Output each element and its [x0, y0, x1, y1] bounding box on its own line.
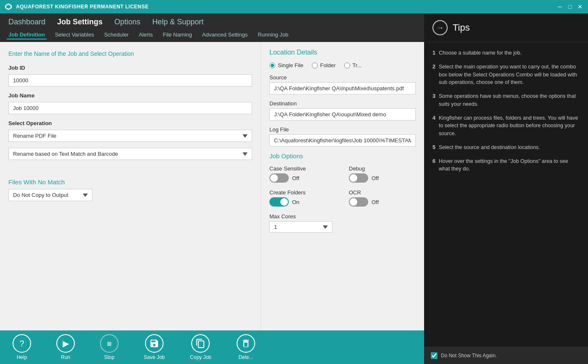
tip-1-number: 1: [432, 49, 435, 57]
stop-button[interactable]: ■ Stop: [100, 334, 119, 360]
case-sensitive-label: Case Sensitive: [269, 165, 336, 172]
log-file-input[interactable]: [269, 134, 416, 147]
copy-job-icon: [191, 334, 210, 353]
nav-dashboard[interactable]: Dashboard: [7, 17, 47, 27]
tip-2: 2 Select the main operation you want to …: [432, 63, 580, 86]
right-panel: Location Details Single File Folder Tr..…: [261, 42, 424, 330]
destination-label: Destination: [269, 100, 416, 107]
title-bar: AQUAFOREST KINGFISHER PERMANENT LICENSE …: [0, 0, 588, 13]
minimize-button[interactable]: ─: [556, 3, 564, 10]
copy-job-button[interactable]: Copy Job: [190, 334, 211, 360]
nav-help-support[interactable]: Help & Support: [150, 17, 205, 27]
tip-1-text: Choose a suitable name for the job.: [439, 49, 522, 57]
case-sensitive-option: Case Sensitive Off: [269, 165, 336, 183]
tip-5: 5 Select the source and destination loca…: [432, 144, 580, 152]
delete-label: Dele...: [238, 354, 253, 360]
max-cores-dropdown[interactable]: 1 2 4 8: [269, 221, 332, 233]
nav-options[interactable]: Options: [113, 17, 142, 27]
log-file-label: Log File: [269, 126, 416, 133]
maximize-button[interactable]: □: [566, 3, 574, 10]
sub-operation-dropdown[interactable]: Rename based on Text Match and Barcode: [8, 148, 252, 160]
tip-4-text: Kingfisher can process files, folders an…: [439, 114, 580, 138]
close-button[interactable]: ✕: [576, 3, 584, 10]
case-sensitive-toggle[interactable]: [269, 173, 289, 183]
tip-3-text: Some operations have sub menus, choose t…: [439, 92, 580, 108]
tip-5-number: 5: [432, 144, 435, 152]
tip-1: 1 Choose a suitable name for the job.: [432, 49, 580, 57]
radio-tree-label: Tr...: [353, 62, 362, 68]
copy-job-label: Copy Job: [190, 354, 211, 360]
tips-title: Tips: [453, 22, 470, 33]
tab-alerts[interactable]: Alerts: [137, 31, 154, 39]
save-job-button[interactable]: Save Job: [144, 334, 165, 360]
ocr-state: Off: [372, 199, 379, 205]
tab-select-variables[interactable]: Select Variables: [53, 31, 96, 39]
ocr-option: OCR Off: [349, 189, 416, 207]
job-options-title: Job Options: [269, 152, 416, 160]
create-folders-label: Create Folders: [269, 189, 336, 196]
bottom-toolbar: ? Help ▶ Run ■ Stop Save Job: [0, 330, 424, 364]
delete-icon: [237, 334, 255, 353]
tab-scheduler[interactable]: Scheduler: [103, 31, 131, 39]
job-name-group: Job Name: [8, 92, 252, 114]
job-name-label: Job Name: [8, 92, 252, 99]
help-button[interactable]: ? Help: [13, 334, 31, 360]
ocr-toggle[interactable]: [349, 197, 368, 207]
nav-job-settings[interactable]: Job Settings: [55, 17, 104, 27]
radio-tree[interactable]: Tr...: [344, 62, 362, 68]
case-sensitive-toggle-row: Off: [269, 173, 336, 183]
main-area: Dashboard Job Settings Options Help & Su…: [0, 13, 424, 364]
debug-toggle-row: Off: [349, 173, 416, 183]
run-label: Run: [61, 354, 70, 360]
debug-toggle[interactable]: [349, 173, 368, 183]
destination-input[interactable]: [269, 108, 416, 120]
do-not-show-label: Do Not Show This Again.: [441, 353, 497, 359]
job-id-label: Job ID: [8, 65, 252, 71]
stop-label: Stop: [104, 354, 115, 360]
save-job-label: Save Job: [144, 354, 165, 360]
tip-4: 4 Kingfisher can process files, folders …: [432, 114, 580, 138]
tab-job-definition[interactable]: Job Definition: [7, 31, 47, 39]
tab-file-naming[interactable]: File Naming: [161, 31, 193, 39]
source-group: Source: [269, 74, 416, 94]
create-folders-option: Create Folders On: [269, 189, 336, 207]
ocr-toggle-row: Off: [349, 197, 416, 207]
tip-6-text: Hover over the settings in the "Job Opti…: [439, 157, 580, 173]
tip-6-number: 6: [432, 157, 435, 173]
debug-state: Off: [372, 175, 379, 181]
tip-2-text: Select the main operation you want to ca…: [439, 63, 580, 86]
files-no-match-dropdown[interactable]: Do Not Copy to Output Copy to Output: [8, 189, 92, 201]
run-icon: ▶: [56, 334, 75, 353]
tip-3: 3 Some operations have sub menus, choose…: [432, 92, 580, 108]
tips-panel: → Tips 1 Choose a suitable name for the …: [424, 13, 588, 364]
delete-button[interactable]: Dele...: [237, 334, 255, 360]
do-not-show-checkbox[interactable]: [431, 352, 438, 359]
select-operation-dropdown[interactable]: Rename PDF File: [8, 130, 252, 142]
tab-running-job[interactable]: Running Job: [256, 31, 290, 39]
content-area: Enter the Name of the Job and Select Ope…: [0, 42, 424, 330]
tip-3-number: 3: [432, 92, 435, 108]
location-details-title: Location Details: [269, 49, 416, 56]
save-job-icon: [145, 334, 163, 353]
sub-nav: Job Definition Select Variables Schedule…: [0, 31, 424, 42]
run-button[interactable]: ▶ Run: [56, 334, 75, 360]
debug-option: Debug Off: [349, 165, 416, 183]
tip-2-number: 2: [432, 63, 435, 86]
help-label: Help: [17, 354, 27, 360]
location-type-group: Single File Folder Tr...: [269, 62, 416, 68]
job-id-input[interactable]: [8, 74, 252, 86]
tip-5-text: Select the source and destination locati…: [439, 144, 540, 152]
tab-advanced-settings[interactable]: Advanced Settings: [200, 31, 249, 39]
create-folders-state: On: [292, 199, 299, 205]
files-no-match-label: Files With No Match: [8, 178, 252, 186]
select-operation-label: Select Operation: [8, 120, 252, 126]
sub-operation-group: Rename based on Text Match and Barcode: [8, 148, 252, 160]
create-folders-toggle[interactable]: [269, 197, 289, 207]
job-name-input[interactable]: [8, 102, 252, 114]
source-input[interactable]: [269, 82, 416, 94]
radio-folder[interactable]: Folder: [312, 62, 336, 68]
tips-icon: →: [432, 20, 448, 35]
radio-single-file[interactable]: Single File: [269, 62, 303, 68]
max-cores-label: Max Cores: [269, 213, 336, 220]
stop-icon: ■: [100, 334, 119, 353]
